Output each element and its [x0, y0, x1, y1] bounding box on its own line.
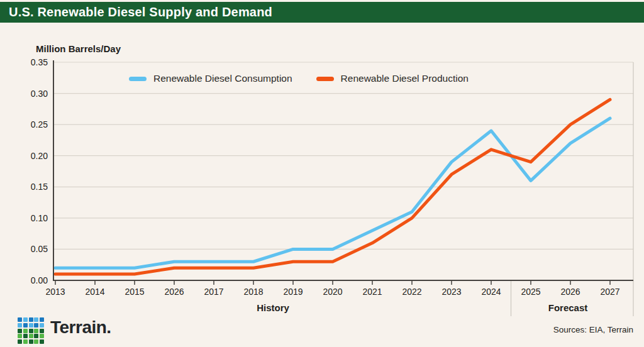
logo-cell: [40, 323, 44, 328]
x-tick-label: 2018: [243, 287, 263, 297]
history-section-label: History: [257, 302, 289, 313]
x-tick-label: 2020: [323, 287, 342, 297]
forecast-section-label: Forecast: [548, 302, 588, 313]
consumption-line: [55, 118, 610, 268]
logo-cell: [29, 317, 33, 322]
brand-wordmark: Terrain.: [50, 317, 111, 338]
logo-cell: [34, 339, 38, 344]
x-tick-label: 2026: [560, 287, 580, 297]
x-tick-label: 2022: [402, 287, 421, 297]
logo-cell: [23, 323, 28, 328]
logo-cell: [29, 334, 33, 338]
y-tick-label: 0.05: [31, 244, 48, 254]
logo-cell: [18, 329, 22, 333]
logo-cell: [40, 329, 44, 333]
y-tick-label: 0.35: [31, 57, 48, 67]
chart-plot: 0.000.050.100.150.200.250.300.3520132014…: [0, 0, 644, 347]
logo-cell: [34, 334, 38, 338]
logo-cell: [40, 339, 44, 344]
x-tick-label: 2014: [85, 287, 104, 297]
x-tick-label: 2015: [125, 287, 144, 297]
y-tick-label: 0.00: [31, 275, 48, 285]
logo-cell: [18, 339, 22, 344]
logo-cell: [29, 329, 33, 333]
logo-cell: [18, 334, 22, 338]
logo-cell: [34, 323, 38, 328]
x-tick-label: 2013: [45, 287, 65, 297]
x-tick-label: 2023: [441, 287, 461, 297]
x-tick-label: 2017: [204, 287, 223, 297]
y-tick-label: 0.15: [31, 182, 48, 192]
y-tick-label: 0.10: [31, 213, 48, 223]
logo-cell: [23, 339, 28, 344]
x-tick-label: 2027: [600, 287, 619, 297]
logo-cell: [29, 323, 33, 328]
y-tick-label: 0.30: [31, 89, 48, 99]
logo-cell: [34, 329, 38, 333]
logo-cell: [18, 317, 22, 322]
x-tick-label: 2025: [521, 287, 540, 297]
logo-cell: [29, 339, 33, 344]
y-tick-label: 0.20: [31, 151, 48, 161]
logo-cell: [40, 334, 44, 338]
logo-cell: [23, 329, 28, 333]
y-tick-label: 0.25: [31, 119, 48, 129]
sources-note: Sources: EIA, Terrain: [553, 325, 633, 334]
x-tick-label: 2026: [164, 287, 184, 297]
logo-cell: [34, 317, 38, 322]
logo-cell: [23, 334, 28, 338]
x-tick-label: 2024: [481, 287, 501, 297]
x-tick-label: 2021: [362, 287, 382, 297]
logo-cell: [23, 317, 28, 322]
terrain-logo: [18, 317, 44, 344]
logo-cell: [40, 317, 44, 322]
x-tick-label: 2019: [283, 287, 303, 297]
logo-cell: [18, 323, 22, 328]
